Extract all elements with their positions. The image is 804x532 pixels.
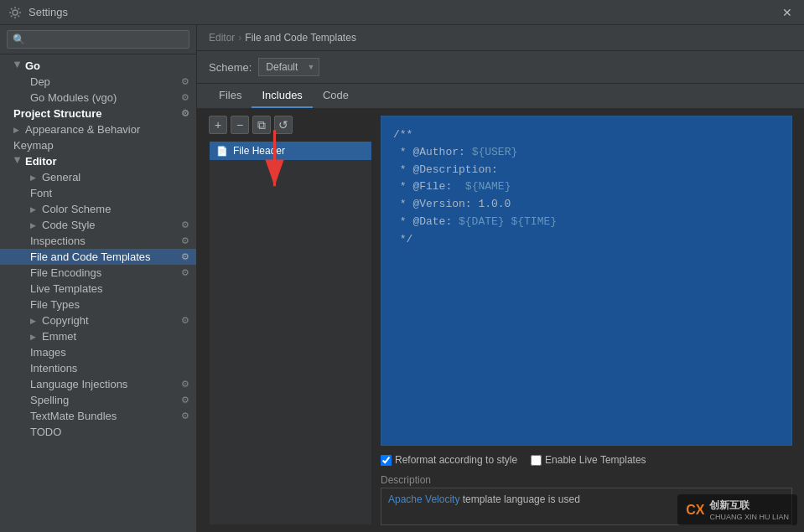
sidebar-item-appearance-label: Appearance & Behavior [25, 123, 140, 136]
sidebar-item-language-injections[interactable]: Language Injections ⚙ [0, 376, 196, 392]
sidebar-item-images-label: Images [30, 346, 66, 359]
add-template-button[interactable]: + [209, 116, 227, 134]
copy-template-button[interactable]: ⧉ [252, 116, 271, 134]
sidebar-item-code-style[interactable]: ▶ Code Style ⚙ [0, 217, 196, 233]
code-line-1: /** [393, 127, 780, 144]
tab-code[interactable]: Code [313, 84, 359, 108]
sidebar-item-inspections-label: Inspections [30, 235, 86, 247]
expand-code-style-arrow: ▶ [30, 221, 39, 230]
sidebar-item-appearance-behavior[interactable]: ▶ Appearance & Behavior [0, 121, 196, 137]
tab-includes-label: Includes [262, 89, 302, 101]
sidebar-item-editor[interactable]: ▶ Editor [0, 153, 196, 169]
reset-template-button[interactable]: ↺ [274, 116, 293, 134]
apache-velocity-link[interactable]: Apache Velocity [388, 493, 459, 505]
tab-files-label: Files [219, 89, 241, 101]
code-editor[interactable]: /** * @Author: ${USER} * @Description: *… [381, 116, 792, 446]
scheme-row: Scheme: Default Project [197, 51, 804, 84]
sidebar-item-general-label: General [42, 171, 80, 183]
expand-color-scheme-arrow: ▶ [30, 205, 39, 214]
sidebar-item-copyright[interactable]: ▶ Copyright ⚙ [0, 312, 196, 328]
tab-files[interactable]: Files [209, 84, 252, 108]
title-bar: Settings ✕ [0, 0, 804, 25]
expand-general-arrow: ▶ [30, 173, 39, 182]
file-item-file-header[interactable]: 📄 File Header [210, 142, 371, 160]
sidebar-item-font-label: Font [30, 187, 52, 199]
sidebar: ▶ Go Dep ⚙ Go Modules (vgo) ⚙ Project St… [0, 25, 197, 532]
textmate-settings-icon: ⚙ [181, 411, 189, 421]
scheme-select-wrapper: Default Project [258, 58, 319, 76]
sidebar-item-go-modules-label: Go Modules (vgo) [30, 91, 117, 104]
live-templates-label: Enable Live Templates [545, 454, 646, 466]
go-modules-settings-icon: ⚙ [181, 92, 189, 103]
sidebar-tree: ▶ Go Dep ⚙ Go Modules (vgo) ⚙ Project St… [0, 54, 196, 532]
close-button[interactable]: ✕ [779, 4, 796, 21]
sidebar-item-file-types[interactable]: File Types [0, 297, 196, 312]
file-code-settings-icon: ⚙ [181, 251, 189, 262]
sidebar-item-inspections[interactable]: Inspections ⚙ [0, 233, 196, 249]
sidebar-item-file-encodings[interactable]: File Encodings ⚙ [0, 265, 196, 281]
window-title: Settings [29, 6, 68, 18]
sidebar-item-go-modules[interactable]: Go Modules (vgo) ⚙ [0, 90, 196, 106]
description-text-suffix: template language is used [459, 493, 579, 505]
watermark-logo: CX [686, 503, 704, 518]
breadcrumb-parent: Editor [209, 32, 235, 44]
title-bar-left: Settings [8, 6, 68, 19]
inspections-settings-icon: ⚙ [181, 235, 189, 246]
expand-copyright-arrow: ▶ [30, 317, 39, 325]
sidebar-item-color-scheme[interactable]: ▶ Color Scheme [0, 201, 196, 217]
sidebar-item-project-structure-label: Project Structure [13, 107, 101, 120]
sidebar-item-emmet[interactable]: ▶ Emmet [0, 328, 196, 344]
file-item-icon: 📄 [216, 146, 228, 157]
watermark: CX 创新互联 CHUANG XIN HU LIAN [677, 494, 797, 525]
expand-go-arrow: ▶ [13, 62, 22, 70]
svg-point-0 [13, 10, 18, 15]
file-list-toolbar: + − ⧉ ↺ [209, 116, 372, 134]
sidebar-item-todo-label: TODO [30, 426, 61, 438]
remove-template-button[interactable]: − [231, 116, 249, 134]
sidebar-item-live-templates[interactable]: Live Templates [0, 281, 196, 297]
code-line-6: * @Date: ${DATE} ${TIME} [393, 214, 780, 231]
code-style-settings-icon: ⚙ [181, 220, 189, 230]
code-line-5: * @Version: 1.0.0 [393, 196, 780, 214]
sidebar-item-images[interactable]: Images [0, 344, 196, 360]
breadcrumb-separator: › [238, 32, 241, 44]
scheme-select[interactable]: Default Project [258, 58, 319, 76]
spelling-settings-icon: ⚙ [181, 395, 189, 405]
search-bar [0, 25, 196, 54]
main-content: ▶ Go Dep ⚙ Go Modules (vgo) ⚙ Project St… [0, 25, 804, 532]
sidebar-item-editor-label: Editor [25, 155, 57, 168]
breadcrumb: Editor › File and Code Templates [197, 25, 804, 51]
sidebar-item-live-templates-label: Live Templates [30, 282, 102, 295]
reformat-checkbox[interactable] [381, 455, 392, 466]
right-panel: Editor › File and Code Templates Scheme:… [197, 25, 804, 532]
reformat-checkbox-label[interactable]: Reformat according to style [381, 454, 517, 466]
sidebar-item-font[interactable]: Font [0, 185, 196, 201]
sidebar-item-spelling[interactable]: Spelling ⚙ [0, 392, 196, 408]
sidebar-item-project-structure[interactable]: Project Structure ⚙ [0, 106, 196, 121]
content-area: + − ⧉ ↺ 📄 File Header /** * @Author: ${U… [197, 109, 804, 532]
expand-editor-arrow: ▶ [13, 158, 22, 166]
copyright-settings-icon: ⚙ [181, 315, 189, 326]
tab-code-label: Code [323, 89, 349, 101]
sidebar-item-keymap[interactable]: Keymap [0, 137, 196, 153]
code-line-2: * @Author: ${USER} [393, 144, 780, 162]
sidebar-item-intentions[interactable]: Intentions [0, 360, 196, 376]
sidebar-item-go[interactable]: ▶ Go [0, 58, 196, 74]
sidebar-item-textmate-bundles[interactable]: TextMate Bundles ⚙ [0, 408, 196, 424]
sidebar-item-spelling-label: Spelling [30, 394, 69, 406]
live-templates-checkbox-label[interactable]: Enable Live Templates [531, 454, 646, 466]
sidebar-item-file-code-templates[interactable]: File and Code Templates ⚙ [0, 249, 196, 265]
sidebar-item-general[interactable]: ▶ General [0, 169, 196, 185]
sidebar-item-emmet-label: Emmet [42, 330, 76, 343]
tab-includes[interactable]: Includes [252, 84, 312, 108]
search-input[interactable] [7, 30, 189, 49]
sidebar-item-intentions-label: Intentions [30, 362, 77, 374]
code-line-3: * @Description: [393, 162, 780, 179]
live-templates-checkbox[interactable] [531, 455, 542, 466]
file-item-label: File Header [233, 145, 285, 157]
sidebar-item-dep-label: Dep [30, 75, 50, 88]
sidebar-item-dep[interactable]: Dep ⚙ [0, 74, 196, 90]
settings-app-icon [8, 6, 22, 19]
sidebar-item-todo[interactable]: TODO [0, 424, 196, 440]
sidebar-item-code-style-label: Code Style [42, 219, 96, 231]
